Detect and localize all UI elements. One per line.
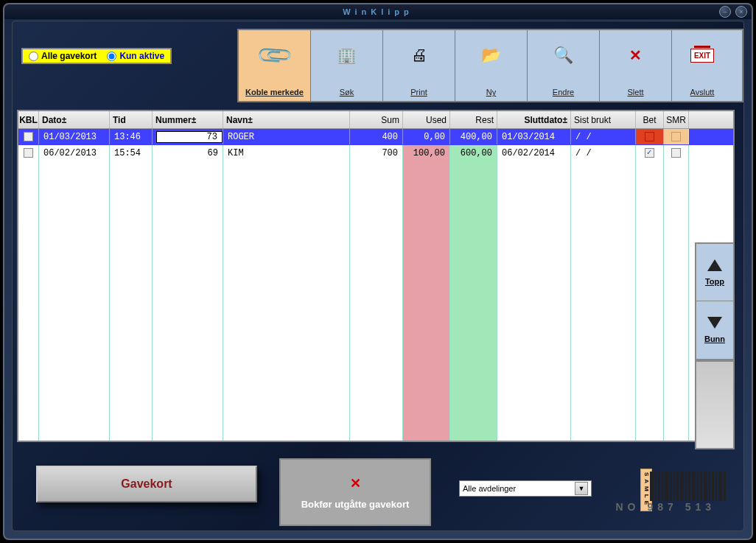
barcode <box>650 469 726 501</box>
magnifier-icon: 🔍 <box>553 41 573 70</box>
cell-rest: 400,00 <box>450 129 497 144</box>
col-kbl[interactable]: KBL <box>18 111 39 128</box>
col-nummer[interactable]: Nummer± <box>153 111 223 128</box>
gavekort-table: KBL Dato± Tid Nummer± Navn± Sum Used Res… <box>17 110 735 442</box>
cell-sum: 700 <box>350 145 403 161</box>
filter-all-radio[interactable]: Alle gavekort <box>29 51 97 61</box>
search-icon: 🏢 <box>337 41 357 70</box>
side-decoration <box>695 360 735 449</box>
checkbox-icon[interactable] <box>671 148 681 158</box>
column-gridlines <box>18 129 733 441</box>
bottom-panel: Gavekort ✕ Bokfør utgåtte gavekort Alle … <box>17 449 735 528</box>
cell-smr[interactable] <box>664 129 689 144</box>
cell-used: 0,00 <box>403 129 450 144</box>
cell-navn: KIM <box>223 145 350 161</box>
filter-active-label: Kun aktive <box>119 51 164 61</box>
cell-navn: ROGER <box>223 129 350 144</box>
gavekort-button[interactable]: Gavekort <box>36 466 257 502</box>
department-select[interactable]: Alle avdelinger ▼ <box>459 480 592 497</box>
minimize-button[interactable]: – <box>719 6 731 18</box>
close-button[interactable]: × <box>735 6 747 18</box>
bokfor-label: Bokfør utgåtte gavekort <box>301 499 410 510</box>
arrow-down-icon <box>707 317 722 329</box>
app-title: WinKlipp <box>343 7 413 16</box>
col-sum[interactable]: Sum <box>350 111 403 128</box>
checkbox-icon[interactable] <box>671 132 681 141</box>
cell-tid: 13:46 <box>110 129 153 144</box>
bokfor-button[interactable]: ✕ Bokfør utgåtte gavekort <box>279 458 431 526</box>
col-sluttdato[interactable]: Sluttdato± <box>497 111 571 128</box>
body: Alle gavekort Kun aktive 📎 Koble merkede… <box>12 21 744 531</box>
cell-smr[interactable] <box>664 145 689 161</box>
cell-sistbrukt: / / <box>571 129 636 144</box>
col-bet[interactable]: Bet <box>636 111 664 128</box>
topp-button[interactable]: Topp <box>696 244 733 301</box>
cell-dato: 01/03/2013 <box>39 129 110 144</box>
arrow-up-icon <box>707 259 722 271</box>
toolbar: 📎 Koble merkede 🏢 Søk 🖨 Print 📂 Ny 🔍 End… <box>237 29 743 102</box>
koble-button[interactable]: 📎 Koble merkede <box>239 30 311 101</box>
cell-dato: 06/02/2013 <box>39 145 110 161</box>
rows: 01/03/2013 13:46 ROGER 400 0,00 400,00 0… <box>18 129 733 161</box>
exit-icon: EXIT <box>690 41 714 70</box>
app-window: WinKlipp – × Alle gavekort Kun aktive 📎 … <box>3 3 753 540</box>
col-used[interactable]: Used <box>403 111 450 128</box>
checkbox-icon[interactable] <box>24 148 33 158</box>
table-header: KBL Dato± Tid Nummer± Navn± Sum Used Res… <box>18 111 733 129</box>
col-smr[interactable]: SMR <box>664 111 689 128</box>
folder-open-icon: 📂 <box>481 41 501 70</box>
checkbox-icon[interactable] <box>24 132 33 141</box>
cell-rest: 600,00 <box>450 145 497 161</box>
delete-icon: ✕ <box>629 41 642 70</box>
window-buttons: – × <box>719 6 747 18</box>
cell-kbl[interactable] <box>18 129 39 144</box>
ny-button[interactable]: 📂 Ny <box>455 30 528 101</box>
cell-nummer[interactable] <box>153 129 223 144</box>
cell-bet[interactable] <box>636 129 664 144</box>
col-navn[interactable]: Navn± <box>223 111 350 128</box>
paperclip-icon: 📎 <box>260 41 290 70</box>
filter-active-radio[interactable]: Kun aktive <box>107 51 164 61</box>
checkbox-icon[interactable] <box>645 148 654 158</box>
bunn-button[interactable]: Bunn <box>696 301 733 359</box>
cell-used: 100,00 <box>403 145 450 161</box>
endre-button[interactable]: 🔍 Endre <box>528 30 600 101</box>
col-dato[interactable]: Dato± <box>39 111 110 128</box>
nummer-input[interactable] <box>156 131 223 143</box>
col-rest[interactable]: Rest <box>450 111 497 128</box>
cell-bet[interactable] <box>636 145 664 161</box>
cell-nummer: 69 <box>153 145 223 161</box>
filter-box: Alle gavekort Kun aktive <box>21 48 172 64</box>
sok-button[interactable]: 🏢 Søk <box>311 30 383 101</box>
col-tid[interactable]: Tid <box>110 111 153 128</box>
topp-label: Topp <box>705 277 724 286</box>
table-row[interactable]: 06/02/2013 15:54 69 KIM 700 100,00 600,0… <box>18 145 733 161</box>
filter-all-label: Alle gavekort <box>41 51 97 61</box>
used-column-bg <box>403 129 450 441</box>
bunn-label: Bunn <box>704 334 725 343</box>
cell-sluttdato: 06/02/2014 <box>497 145 571 161</box>
table-row[interactable]: 01/03/2013 13:46 ROGER 400 0,00 400,00 0… <box>18 129 733 145</box>
vat-number: NO 987 513 <box>616 501 716 513</box>
cell-sluttdato: 01/03/2014 <box>497 129 571 144</box>
rest-column-bg <box>450 129 497 441</box>
x-icon: ✕ <box>350 475 361 491</box>
print-button[interactable]: 🖨 Print <box>383 30 455 101</box>
cell-tid: 15:54 <box>110 145 153 161</box>
gavekort-label: Gavekort <box>121 477 172 491</box>
cell-kbl[interactable] <box>18 145 39 161</box>
department-value: Alle avdelinger <box>463 484 516 493</box>
cell-sum: 400 <box>350 129 403 144</box>
title-bar: WinKlipp – × <box>4 4 752 19</box>
printer-icon: 🖨 <box>411 41 427 70</box>
scroll-panel: Topp Bunn <box>695 242 735 360</box>
chevron-down-icon: ▼ <box>575 482 588 495</box>
slett-button[interactable]: ✕ Slett <box>600 30 672 101</box>
avslutt-button[interactable]: EXIT Avslutt <box>672 30 732 101</box>
col-sistbrukt[interactable]: Sist brukt <box>571 111 636 128</box>
checkbox-icon[interactable] <box>645 132 654 141</box>
cell-sistbrukt: / / <box>571 145 636 161</box>
